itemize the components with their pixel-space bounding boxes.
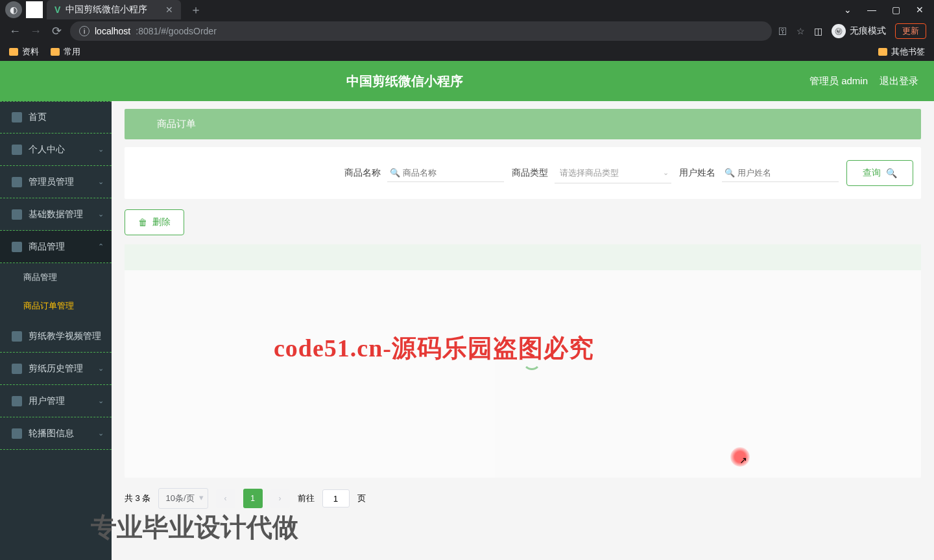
filter-name-label: 商品名称 bbox=[344, 167, 381, 179]
tab-bar: ◐ V 中国剪纸微信小程序 ✕ ＋ ⌄ — ▢ ✕ bbox=[0, 0, 934, 19]
reload-button[interactable]: ⟳ bbox=[49, 24, 64, 38]
chevron-down-icon[interactable]: ⌄ bbox=[844, 5, 852, 15]
trash-icon: 🗑 bbox=[138, 217, 147, 228]
history-icon bbox=[12, 364, 22, 374]
pager-page-1[interactable]: 1 bbox=[243, 489, 263, 508]
sidebar-item-profile[interactable]: 个人中心⌄ bbox=[0, 134, 112, 166]
url-input[interactable]: i localhost:8081/#/goodsOrder bbox=[70, 21, 772, 41]
minimize-icon[interactable]: — bbox=[867, 5, 876, 15]
chevron-up-icon: ⌃ bbox=[98, 242, 104, 251]
close-icon[interactable]: ✕ bbox=[165, 5, 173, 15]
favicon-vue-icon: V bbox=[54, 5, 60, 15]
pager-total: 共 3 条 bbox=[125, 493, 150, 504]
filter-name-input[interactable] bbox=[387, 164, 504, 182]
bookmark-item[interactable]: 资料 bbox=[9, 46, 39, 58]
filter-bar: 商品名称 🔍 商品类型 请选择商品类型⌄ 用户姓名 🔍 查询🔍 bbox=[125, 147, 921, 199]
data-table bbox=[125, 244, 921, 478]
delete-button[interactable]: 🗑删除 bbox=[125, 209, 184, 235]
user-role: 管理员 admin bbox=[809, 75, 868, 88]
home-icon bbox=[12, 112, 22, 122]
bookmark-item[interactable]: 常用 bbox=[51, 46, 80, 58]
user-icon bbox=[12, 145, 22, 155]
update-button[interactable]: 更新 bbox=[895, 23, 926, 39]
goods-icon bbox=[12, 242, 22, 252]
back-button[interactable]: ← bbox=[8, 25, 22, 38]
bookmark-bar: 资料 常用 其他书签 bbox=[0, 43, 934, 61]
sidebar-item-goods[interactable]: 商品管理⌃ bbox=[0, 231, 112, 263]
tab-icon-square[interactable] bbox=[26, 1, 43, 18]
sidebar-item-basedata[interactable]: 基础数据管理⌄ bbox=[0, 198, 112, 231]
folder-icon bbox=[878, 48, 887, 56]
tab-title: 中国剪纸微信小程序 bbox=[66, 4, 147, 16]
folder-icon bbox=[51, 48, 60, 56]
pager-goto-suffix: 页 bbox=[357, 493, 366, 504]
tab-icon-round[interactable]: ◐ bbox=[5, 1, 22, 18]
sidebar-item-video[interactable]: 剪纸教学视频管理 bbox=[0, 320, 112, 353]
breadcrumb: 商品订单 bbox=[125, 109, 921, 139]
page-size-select[interactable]: 10条/页 bbox=[158, 488, 208, 509]
forward-button[interactable]: → bbox=[29, 25, 43, 38]
chevron-down-icon: ⌄ bbox=[98, 364, 104, 373]
pager-prev[interactable]: ‹ bbox=[216, 489, 235, 508]
sidebar: 首页 个人中心⌄ 管理员管理⌄ 基础数据管理⌄ 商品管理⌃ 商品管理 商品订单管… bbox=[0, 101, 112, 560]
sidebar-item-carousel[interactable]: 轮播图信息⌄ bbox=[0, 417, 112, 450]
browser-chrome: ◐ V 中国剪纸微信小程序 ✕ ＋ ⌄ — ▢ ✕ ← → ⟳ i localh… bbox=[0, 0, 934, 61]
chevron-down-icon: ⌄ bbox=[98, 210, 104, 218]
sidebar-item-history[interactable]: 剪纸历史管理⌄ bbox=[0, 353, 112, 385]
pagination: 共 3 条 10条/页 ‹ 1 › 前往 页 bbox=[125, 478, 921, 519]
filter-type-select[interactable]: 请选择商品类型 bbox=[555, 163, 671, 183]
browser-tab[interactable]: V 中国剪纸微信小程序 ✕ bbox=[47, 0, 181, 19]
sidebar-subitem-goods[interactable]: 商品管理 bbox=[0, 263, 112, 292]
search-button[interactable]: 查询🔍 bbox=[846, 160, 913, 186]
filter-user-input[interactable] bbox=[722, 164, 839, 182]
incognito-icon: ㊙ bbox=[832, 24, 846, 38]
video-icon bbox=[12, 331, 22, 342]
chevron-down-icon: ⌄ bbox=[98, 429, 104, 438]
carousel-icon bbox=[12, 428, 22, 439]
main-content: 商品订单 商品名称 🔍 商品类型 请选择商品类型⌄ 用户姓名 🔍 查询🔍 🗑删除 bbox=[112, 101, 934, 560]
chevron-down-icon: ⌄ bbox=[98, 178, 104, 186]
chevron-down-icon: ⌄ bbox=[663, 169, 669, 177]
maximize-icon[interactable]: ▢ bbox=[892, 5, 900, 15]
other-bookmarks[interactable]: 其他书签 bbox=[878, 46, 925, 58]
action-bar: 🗑删除 bbox=[125, 209, 921, 235]
app-header: 中国剪纸微信小程序 管理员 admin 退出登录 bbox=[0, 61, 934, 101]
extensions-icon[interactable]: ◫ bbox=[814, 26, 822, 36]
url-path: :8081/#/goodsOrder bbox=[136, 26, 217, 36]
folder-icon bbox=[9, 48, 18, 56]
chevron-down-icon: ⌄ bbox=[98, 397, 104, 405]
sidebar-item-admin[interactable]: 管理员管理⌄ bbox=[0, 166, 112, 198]
key-icon[interactable]: ⚿ bbox=[778, 26, 787, 36]
sidebar-submenu: 商品管理 商品订单管理 bbox=[0, 263, 112, 320]
info-icon[interactable]: i bbox=[79, 26, 90, 36]
loading-spinner-icon bbox=[523, 352, 541, 370]
pager-goto-label: 前往 bbox=[298, 493, 315, 504]
window-controls: ⌄ — ▢ ✕ bbox=[844, 5, 934, 15]
sidebar-subitem-goods-order[interactable]: 商品订单管理 bbox=[0, 292, 112, 320]
logout-link[interactable]: 退出登录 bbox=[880, 75, 918, 88]
incognito-indicator: ㊙ 无痕模式 bbox=[832, 24, 886, 38]
pager-next[interactable]: › bbox=[270, 489, 290, 508]
search-icon: 🔍 bbox=[886, 168, 897, 178]
table-header bbox=[125, 244, 921, 270]
app-title: 中国剪纸微信小程序 bbox=[0, 73, 809, 90]
new-tab-button[interactable]: ＋ bbox=[190, 2, 202, 18]
url-host: localhost bbox=[95, 26, 130, 36]
filter-user-label: 用户姓名 bbox=[679, 167, 715, 179]
data-icon bbox=[12, 209, 22, 220]
sidebar-item-users[interactable]: 用户管理⌄ bbox=[0, 385, 112, 417]
admin-icon bbox=[12, 177, 22, 187]
pager-goto-input[interactable] bbox=[322, 489, 350, 508]
users-icon bbox=[12, 396, 22, 406]
chevron-down-icon: ⌄ bbox=[98, 145, 104, 154]
filter-type-label: 商品类型 bbox=[512, 167, 548, 179]
star-icon[interactable]: ☆ bbox=[796, 26, 805, 36]
close-window-icon[interactable]: ✕ bbox=[916, 5, 924, 15]
sidebar-item-home[interactable]: 首页 bbox=[0, 101, 112, 134]
address-bar: ← → ⟳ i localhost:8081/#/goodsOrder ⚿ ☆ … bbox=[0, 19, 934, 43]
